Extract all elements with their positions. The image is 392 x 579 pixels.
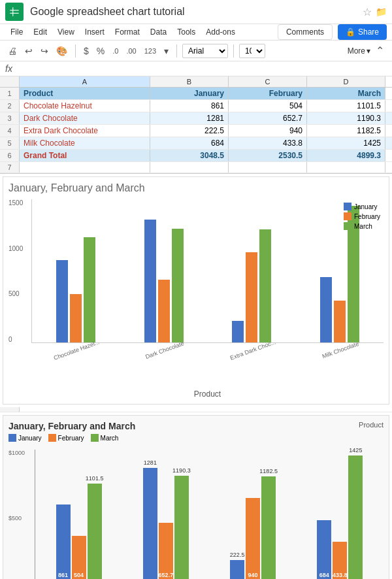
menu-format[interactable]: Format <box>110 25 145 39</box>
legend-mar-box <box>344 222 351 230</box>
menu-bar: File Edit View Insert Format Data Tools … <box>0 24 392 41</box>
col-header-c[interactable]: C <box>229 76 307 87</box>
folder-icon[interactable]: 📁 <box>376 7 387 17</box>
cell-c6[interactable]: 2530.5 <box>229 150 307 161</box>
formula-icon: fx <box>5 63 12 74</box>
bar-label-feb-2: 652.7 <box>159 572 174 578</box>
share-button[interactable]: 🔒 Share <box>338 24 387 40</box>
y-label-0: 0 <box>8 336 31 343</box>
menu-insert[interactable]: Insert <box>80 25 110 39</box>
cell-d2[interactable]: 1101.5 <box>307 100 385 112</box>
chart1-x-labels: Chocolate Hazel... Dark Chocolate Extra … <box>31 347 384 370</box>
col-header-a[interactable]: A <box>20 76 150 87</box>
chart2-legend-jan: January <box>8 434 42 442</box>
cell-b5[interactable]: 684 <box>150 137 229 149</box>
cell-d6[interactable]: 4899.3 <box>307 150 385 161</box>
paint-format-button[interactable]: 🎨 <box>54 44 70 58</box>
cell-c2[interactable]: 504 <box>229 100 307 112</box>
font-size-selector[interactable]: 10 <box>239 44 265 58</box>
cell-a7[interactable] <box>20 162 150 173</box>
cell-b4[interactable]: 222.5 <box>150 125 229 137</box>
more-formats-chevron[interactable]: ▾ <box>161 44 171 58</box>
bar-top-label-mar-3: 1182.5 <box>259 468 278 474</box>
sheets-icon <box>5 3 24 21</box>
menu-edit[interactable]: Edit <box>28 25 52 39</box>
chart2-legend-jan-label: January <box>18 435 42 442</box>
total-row: 6 Grand Total 3048.5 2530.5 4899.3 <box>0 150 392 162</box>
chart2-legend-mar: March <box>91 434 119 442</box>
bar-label-feb-4: 433.8 <box>333 572 348 578</box>
chart2-y-1000: $1000 <box>8 450 35 456</box>
cell-d3[interactable]: 1190.3 <box>307 112 385 124</box>
chart2-bar-group-4: 684 433.8 1425 <box>300 455 380 579</box>
y-label-500: 500 <box>8 290 31 297</box>
chart2-bars-wrapper: 861 504 1101.5 1281 652.7 <box>35 450 384 579</box>
cell-b6[interactable]: 3048.5 <box>150 150 229 161</box>
bar-feb-3 <box>246 252 257 342</box>
star-icon[interactable]: ☆ <box>363 6 372 18</box>
percent-button[interactable]: % <box>94 44 107 58</box>
cell-c3[interactable]: 652.7 <box>229 112 307 124</box>
cell-a5[interactable]: Milk Chocolate <box>20 137 150 149</box>
collapse-toolbar-button[interactable]: ⌃ <box>373 43 387 58</box>
cell-a3[interactable]: Dark Chocolate <box>20 112 150 124</box>
chart2-legend-feb-box <box>48 434 56 442</box>
chart1-x-title: Product <box>31 389 384 399</box>
cell-c1[interactable]: February <box>229 88 307 99</box>
toolbar-separator <box>75 44 76 58</box>
y-label-1000: 1000 <box>8 245 31 252</box>
decimal-decrease-button[interactable]: .0 <box>110 46 121 56</box>
cell-c7[interactable] <box>229 162 307 173</box>
col-header-b[interactable]: B <box>150 76 229 87</box>
cell-d4[interactable]: 1182.5 <box>307 125 385 137</box>
bar-jan-3 <box>232 321 244 342</box>
legend-jan-box <box>344 203 351 210</box>
row-num-header <box>0 76 20 87</box>
menu-tools[interactable]: Tools <box>172 25 201 39</box>
redo-button[interactable]: ↪ <box>38 44 51 58</box>
font-selector[interactable]: Arial <box>182 44 228 58</box>
cell-b7[interactable] <box>150 162 229 173</box>
cell-a4[interactable]: Extra Dark Chocolate <box>20 125 150 137</box>
cell-a6[interactable]: Grand Total <box>20 150 150 161</box>
bar-mar-1 <box>84 237 95 342</box>
bar-label-feb-1: 504 <box>74 572 84 578</box>
chart2-bar-mar-1: 1101.5 <box>88 484 102 579</box>
row-num-7: 7 <box>0 162 20 173</box>
cell-a2[interactable]: Chocolate Hazelnut <box>20 100 150 112</box>
row-num-empty <box>0 407 20 412</box>
chart2-legend-mar-label: March <box>101 435 119 442</box>
cell-b1[interactable]: January <box>150 88 229 99</box>
cell-b2[interactable]: 861 <box>150 100 229 112</box>
print-button[interactable]: 🖨 <box>5 44 20 58</box>
chart2-y-axis: $500 $1000 <box>8 450 35 579</box>
cell-b3[interactable]: 1281 <box>150 112 229 124</box>
decimal-increase-button[interactable]: .00 <box>123 46 139 56</box>
formula-input[interactable] <box>18 64 387 73</box>
cell-a1[interactable]: Product <box>20 88 150 99</box>
more-formats-button[interactable]: 123 <box>142 46 159 56</box>
row-num-2: 2 <box>0 100 20 112</box>
menu-addons[interactable]: Add-ons <box>201 25 240 39</box>
cell-d7[interactable] <box>307 162 385 173</box>
undo-button[interactable]: ↩ <box>22 44 35 58</box>
row-num-3: 3 <box>0 112 20 124</box>
chart2-bar-mar-4: 1425 <box>348 455 363 579</box>
currency-button[interactable]: $ <box>81 44 91 58</box>
chevron-down-icon: ▾ <box>367 46 370 56</box>
chart2-title: January, February and March <box>8 421 135 431</box>
cell-c4[interactable]: 940 <box>229 125 307 137</box>
header-row: 1 Product January February March <box>0 88 392 100</box>
chart2-bar-jan-3: 222.5 <box>230 560 244 579</box>
more-toolbar-button[interactable]: More ▾ <box>348 46 370 56</box>
chart2-product-label: Product <box>359 421 384 429</box>
col-header-d[interactable]: D <box>307 76 385 87</box>
cell-c5[interactable]: 433.8 <box>229 137 307 149</box>
menu-view[interactable]: View <box>52 25 80 39</box>
comments-button[interactable]: Comments <box>278 24 333 40</box>
menu-data[interactable]: Data <box>145 25 172 39</box>
cell-d5[interactable]: 1425 <box>307 137 385 149</box>
legend-feb: February <box>344 212 380 220</box>
menu-file[interactable]: File <box>5 25 28 39</box>
cell-d1[interactable]: March <box>307 88 385 99</box>
